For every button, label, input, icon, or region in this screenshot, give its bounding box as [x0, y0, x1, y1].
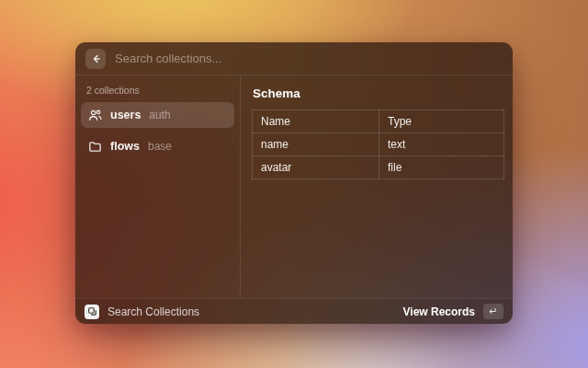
- command-title: Search Collections: [107, 305, 199, 318]
- schema-table: Name Type name text avatar file: [252, 109, 504, 179]
- table-row: avatar file: [253, 156, 504, 179]
- field-type-cell: text: [379, 133, 504, 156]
- field-name-cell: name: [253, 133, 379, 156]
- collection-name: users: [110, 109, 141, 121]
- search-collections-palette: 2 collections users auth: [75, 42, 513, 324]
- users-icon: [88, 109, 102, 122]
- arrow-left-icon: [90, 53, 101, 64]
- view-records-button[interactable]: View Records: [403, 305, 475, 318]
- collections-count-label: 2 collections: [81, 83, 234, 102]
- folder-icon: [88, 140, 102, 154]
- list-item-flows[interactable]: flows base: [81, 133, 234, 159]
- enter-key-icon: ↵: [483, 304, 503, 319]
- palette-body: 2 collections users auth: [75, 75, 513, 298]
- collections-list: 2 collections users auth: [75, 75, 241, 298]
- table-row: name text: [253, 133, 504, 156]
- schema-table-header-row: Name Type: [253, 110, 504, 133]
- collection-type-badge: auth: [149, 109, 170, 121]
- action-bar: Search Collections View Records ↵: [75, 298, 513, 324]
- column-header-name: Name: [253, 110, 379, 133]
- field-name-cell: avatar: [253, 156, 379, 179]
- collection-type-badge: base: [148, 140, 172, 153]
- column-header-type: Type: [379, 110, 504, 133]
- search-input[interactable]: [115, 52, 503, 65]
- collection-name: flows: [110, 140, 140, 153]
- search-bar: [75, 42, 513, 75]
- field-type-cell: file: [379, 156, 504, 179]
- back-button[interactable]: [85, 49, 106, 69]
- pocketbase-icon: [85, 305, 99, 319]
- schema-title: Schema: [253, 86, 504, 100]
- desktop-background: { "window": { "search": { "placeholder":…: [0, 0, 588, 368]
- detail-panel: Schema Name Type name text avatar file: [241, 75, 513, 298]
- list-item-users[interactable]: users auth: [81, 102, 234, 128]
